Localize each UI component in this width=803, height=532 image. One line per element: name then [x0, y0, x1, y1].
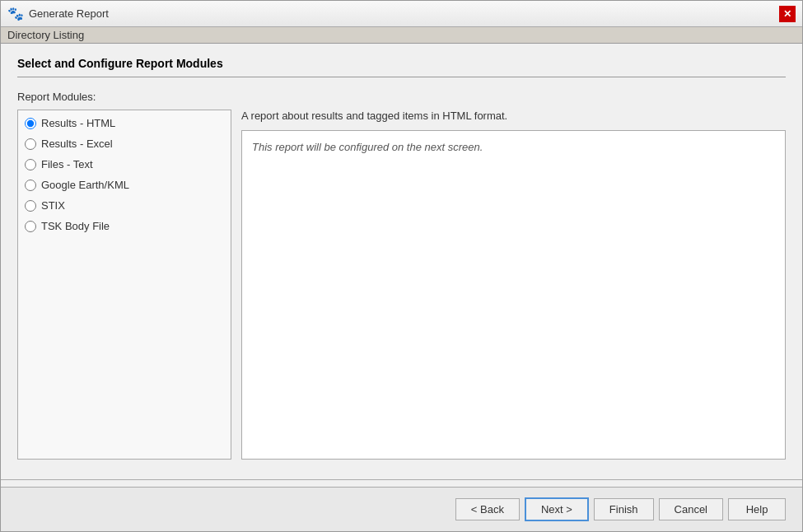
title-bar-left: 🐾 Generate Report: [7, 6, 109, 22]
radio-label-files-text: Files - Text: [41, 158, 93, 170]
radio-label-stix: STIX: [41, 199, 65, 212]
module-description: A report about results and tagged items …: [241, 110, 786, 122]
finish-button[interactable]: Finish: [594, 498, 654, 520]
breadcrumb-text: Directory Listing: [7, 29, 84, 41]
window-title: Generate Report: [29, 7, 109, 20]
config-box: This report will be configured on the ne…: [241, 130, 786, 460]
help-button[interactable]: Help: [728, 498, 786, 520]
right-panel: A report about results and tagged items …: [241, 110, 786, 460]
back-button[interactable]: < Back: [455, 498, 520, 520]
radio-label-results-excel: Results - Excel: [41, 138, 113, 150]
main-panels: Results - HTML Results - Excel Files - T…: [17, 110, 786, 460]
radio-input-google-earth[interactable]: [25, 180, 36, 191]
content-area: Select and Configure Report Modules Repo…: [1, 44, 802, 473]
title-bar: 🐾 Generate Report ✕: [1, 1, 802, 27]
close-button[interactable]: ✕: [779, 6, 796, 22]
main-window: 🐾 Generate Report ✕ Directory Listing Se…: [0, 0, 803, 532]
section-header: Select and Configure Report Modules: [17, 57, 786, 77]
radio-stix[interactable]: STIX: [25, 199, 224, 212]
app-icon: 🐾: [7, 6, 24, 22]
radio-label-google-earth: Google Earth/KML: [41, 179, 129, 191]
left-panel: Results - HTML Results - Excel Files - T…: [17, 110, 231, 460]
radio-input-results-excel[interactable]: [25, 138, 36, 150]
footer: < Back Next > Finish Cancel Help: [1, 487, 802, 531]
radio-input-tsk-body[interactable]: [25, 221, 36, 232]
radio-input-files-text[interactable]: [25, 159, 36, 170]
modules-label: Report Modules:: [17, 91, 786, 103]
radio-google-earth[interactable]: Google Earth/KML: [25, 179, 224, 191]
radio-label-results-html: Results - HTML: [41, 117, 115, 129]
next-button[interactable]: Next >: [525, 497, 589, 521]
footer-separator: [1, 479, 802, 480]
radio-results-html[interactable]: Results - HTML: [25, 117, 224, 129]
radio-tsk-body[interactable]: TSK Body File: [25, 220, 224, 232]
radio-files-text[interactable]: Files - Text: [25, 158, 224, 170]
radio-results-excel[interactable]: Results - Excel: [25, 138, 224, 150]
cancel-button[interactable]: Cancel: [659, 498, 723, 520]
radio-input-results-html[interactable]: [25, 118, 36, 129]
radio-label-tsk-body: TSK Body File: [41, 220, 110, 232]
breadcrumb: Directory Listing: [1, 27, 802, 44]
config-note: This report will be configured on the ne…: [252, 141, 483, 153]
radio-input-stix[interactable]: [25, 200, 36, 212]
